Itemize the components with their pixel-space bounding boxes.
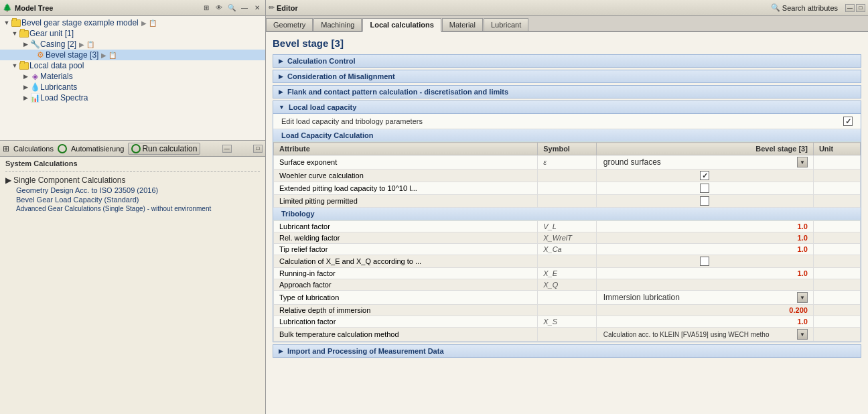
td-val-approach	[596, 279, 813, 291]
tree-item-local-data-pool[interactable]: ▼ Local data pool	[0, 60, 265, 71]
tree-arrow-bevel-gear: ▼	[3, 19, 11, 26]
calc-item-bevel-load[interactable]: Bevel Gear Load Capacity (Standard)	[3, 195, 263, 204]
td-unit-rel-weld	[813, 232, 860, 244]
editor-title: Editor	[277, 4, 298, 12]
editor-maximize-button[interactable]: □	[856, 4, 865, 12]
tree-eye-icon[interactable]: 👁	[214, 3, 224, 13]
calc-minimize-button[interactable]: —	[222, 145, 232, 153]
bulk-temp-btn[interactable]: ▼	[797, 329, 808, 340]
search-area: 🔍 Search attributes — □	[771, 3, 865, 12]
accordion-arrow-misalign: ▶	[279, 73, 283, 80]
td-sym-lub-factor2: X_S	[538, 316, 597, 328]
auto-label[interactable]: Automatisierung	[71, 145, 125, 153]
td-attr-pitting: Extended pitting load capacity to 10^10 …	[274, 182, 538, 195]
td-sym-lub-type	[538, 291, 597, 305]
edit-load-checkmark: ✓	[845, 117, 851, 126]
tree-arrow-lubricants: ▶	[21, 84, 29, 90]
tree-expand-icon[interactable]: ⊞	[201, 3, 212, 13]
local-data-folder-icon	[19, 61, 29, 70]
td-attr-bulk-temp: Bulk temperature calculation method	[274, 328, 538, 342]
calc-item-advanced-gear[interactable]: Advanced Gear Calculations (Single Stage…	[3, 204, 263, 213]
calc-tab-label[interactable]: Calculations	[13, 145, 54, 153]
tree-arrow-load-spectra: ▶	[21, 94, 29, 101]
tab-local-calculations[interactable]: Local calculations	[362, 18, 441, 32]
td-sym-rel-depth	[538, 305, 597, 316]
tab-lubricant[interactable]: Lubricant	[484, 18, 528, 31]
tree-item-materials[interactable]: ▶ ◈ Materials	[0, 71, 265, 82]
single-comp-arrow: ▶	[5, 176, 11, 185]
accordion-local-load-header[interactable]: ▼ Local load capacity	[273, 100, 861, 114]
tree-item-bevel-stage[interactable]: ⚙ Bevel stage [3] ▶ 📋	[0, 50, 265, 60]
td-sym-rel-weld: X_WrelT	[538, 232, 597, 244]
calc-maximize-button[interactable]: □	[253, 145, 263, 153]
tree-label-local-data-pool: Local data pool	[29, 61, 84, 70]
search-icon: 🔍	[771, 3, 780, 12]
calc-item-geo-design[interactable]: Geometry Design Acc. to ISO 23509 (2016)	[3, 186, 263, 195]
tree-label-gear-unit: Gear unit [1]	[29, 29, 74, 38]
woehler-checkbox[interactable]: ✓	[700, 171, 709, 180]
accordion-local-load: ▼ Local load capacity Edit load capacity…	[273, 100, 861, 342]
accordion-misalignment-header[interactable]: ▶ Consideration of Misalignment	[273, 70, 861, 83]
lub-type-dropdown[interactable]: Immersion lubrication ▼	[602, 292, 808, 303]
pitting-checkbox[interactable]	[700, 184, 709, 193]
td-val-lub-factor2: 1.0	[596, 316, 813, 328]
lub-type-btn[interactable]: ▼	[797, 292, 808, 303]
th-attribute: Attribute	[274, 143, 538, 155]
tree-search-icon[interactable]: 🔍	[226, 3, 237, 13]
search-attributes-label[interactable]: Search attributes	[782, 4, 838, 12]
surface-dropdown-val: ground surfaces	[602, 157, 796, 167]
xe-xq-checkbox[interactable]	[700, 257, 709, 266]
td-val-woehler: ✓	[596, 169, 813, 182]
td-unit-lub-factor2	[813, 316, 860, 328]
accordion-title-flank: Flank and contact pattern calculation - …	[287, 88, 508, 96]
lubricants-icon: 💧	[29, 82, 40, 92]
table-row: Running-in factor X_E 1.0	[274, 268, 861, 279]
tree-close-icon[interactable]: ✕	[252, 3, 263, 13]
tree-label-bevel-gear-root: Bevel gear stage example model	[21, 18, 139, 27]
surface-dropdown-btn[interactable]: ▼	[797, 157, 808, 167]
tree-item-lubricants[interactable]: ▶ 💧 Lubricants	[0, 82, 265, 92]
tree-item-casing[interactable]: ▶ 🔧 Casing [2] ▶ 📋	[0, 39, 265, 50]
folder-icon-root	[11, 18, 21, 27]
tab-geometry[interactable]: Geometry	[266, 18, 313, 31]
accordion-title-misalign: Consideration of Misalignment	[287, 72, 395, 80]
td-unit-surface	[813, 155, 860, 169]
edit-load-checkbox[interactable]: ✓	[843, 117, 853, 126]
tree-label-load-spectra: Load Spectra	[40, 93, 88, 102]
run-calculation-button[interactable]: Run calculation	[128, 143, 200, 155]
accordion-arrow-import: ▶	[279, 348, 283, 354]
td-sym-lub-factor: V_L	[538, 221, 597, 232]
td-attr-lub-type: Type of lubrication	[274, 291, 538, 305]
bevel-stage-icon: ⚙	[35, 50, 46, 60]
td-attr-lub-factor: Lubricant factor	[274, 221, 538, 232]
td-val-pitting	[596, 182, 813, 195]
td-val-xe-xq	[596, 255, 813, 268]
accordion-calc-control-header[interactable]: ▶ Calculation Control	[273, 54, 861, 68]
tree-minus-icon[interactable]: —	[239, 3, 250, 13]
accordion-flank-header[interactable]: ▶ Flank and contact pattern calculation …	[273, 85, 861, 98]
tabs-bar: Geometry Machining Local calculations Ma…	[266, 16, 868, 32]
system-calculations-label[interactable]: System Calculations	[0, 157, 265, 170]
tree-item-bevel-gear-root[interactable]: ▼ Bevel gear stage example model ▶ 📋	[0, 17, 265, 28]
td-unit-woehler	[813, 169, 860, 182]
llc-edit-row: Edit load capacity and tribology paramet…	[273, 114, 861, 129]
td-val-bulk-temp: Calculation acc. to KLEIN [FVA519] using…	[596, 328, 813, 342]
tab-material[interactable]: Material	[442, 18, 483, 31]
table-row: Surface exponent ε ground surfaces ▼	[274, 155, 861, 169]
tree-item-gear-unit[interactable]: ▼ Gear unit [1]	[0, 28, 265, 39]
accordion-import-header[interactable]: ▶ Import and Processing of Measurement D…	[273, 344, 861, 358]
td-attr-surface: Surface exponent	[274, 155, 538, 169]
single-comp-label: Single Component Calculations	[13, 176, 125, 185]
accordion-body-local-load: Edit load capacity and tribology paramet…	[273, 114, 861, 342]
tab-machining[interactable]: Machining	[313, 18, 362, 31]
calc-grid-icon: ⊞	[3, 144, 9, 153]
limited-checkbox[interactable]	[700, 196, 709, 206]
editor-minimize-button[interactable]: —	[845, 4, 855, 12]
editor-content: Bevel stage [3] ▶ Calculation Control ▶ …	[266, 32, 868, 414]
table-row: Limited pitting permitted	[274, 195, 861, 208]
single-component-title[interactable]: ▶ Single Component Calculations	[3, 175, 263, 186]
tree-item-load-spectra[interactable]: ▶ 📊 Load Spectra	[0, 92, 265, 103]
td-unit-xe-xq	[813, 255, 860, 268]
bulk-temp-dropdown[interactable]: Calculation acc. to KLEIN [FVA519] using…	[602, 329, 808, 340]
surface-dropdown[interactable]: ground surfaces ▼	[602, 157, 808, 167]
